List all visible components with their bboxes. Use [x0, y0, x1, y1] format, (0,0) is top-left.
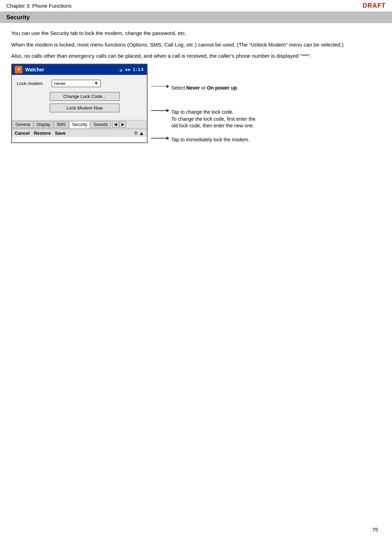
tab-sms[interactable]: SMS	[54, 121, 69, 128]
page-number: 75	[372, 527, 378, 533]
callout-1-connector	[151, 85, 169, 88]
app-icon: ❖	[15, 66, 22, 73]
cancel-button[interactable]: Cancel	[15, 131, 30, 136]
phone-title-bar: ❖ Watcher ⍹ ◀▶ 1:14	[12, 64, 147, 75]
keyboard-area: ⎘ ▲	[135, 130, 144, 136]
draft-label: DRAFT	[363, 2, 386, 9]
change-lock-code-button[interactable]: Change Lock Code...	[50, 92, 120, 101]
intro-para-1: You can use the Security tab to lock the…	[11, 29, 381, 37]
callout-2-arrow	[166, 109, 169, 112]
lock-modem-select[interactable]: never ▼	[52, 80, 101, 87]
intro-para-3: Also, no calls other than emergency call…	[11, 52, 381, 60]
tab-sounds[interactable]: Sounds	[91, 121, 111, 128]
callout-1: Select Never or On power up.	[151, 85, 255, 92]
callout-3-hline	[151, 138, 166, 139]
callout-2-hline	[151, 110, 166, 111]
tab-general[interactable]: General	[13, 121, 33, 128]
dropdown-arrow-icon: ▼	[94, 81, 98, 86]
page-header: Chapter 3: Phone Functions DRAFT	[0, 0, 392, 12]
restore-button[interactable]: Restore	[34, 131, 51, 136]
tab-prev-arrow[interactable]: ◀	[112, 121, 119, 128]
expand-icon: ▲	[139, 130, 144, 136]
callout-entries: Select Never or On power up. Tap to chan…	[148, 64, 255, 143]
lock-modem-label: Lock modem	[17, 81, 48, 86]
phone-bottom-bar: Cancel Restore Save ⎘ ▲	[12, 129, 147, 137]
tab-display[interactable]: Display	[34, 121, 53, 128]
screenshot-area: ❖ Watcher ⍹ ◀▶ 1:14 Lock modem never ▼ C	[11, 64, 381, 143]
callout-3-connector	[151, 136, 169, 140]
phone-tabs: General Display SMS Security Sounds ◀ ▶	[12, 120, 147, 129]
lock-modem-row: Lock modem never ▼	[17, 80, 142, 87]
lock-modem-now-button[interactable]: Lock Modem Now	[50, 104, 120, 112]
callout-2-text: Tap to change the lock code. To change t…	[171, 109, 255, 129]
callout-1-text: Select Never or On power up.	[171, 85, 238, 92]
tab-security[interactable]: Security	[69, 121, 90, 128]
lock-modem-value: never	[54, 81, 66, 86]
callout-3: Tap to immediately lock the modem.	[151, 136, 255, 143]
main-content: You can use the Security tab to lock the…	[0, 23, 392, 149]
chapter-title: Chapter 3: Phone Functions	[6, 3, 72, 9]
callout-3-arrow	[166, 136, 169, 140]
section-heading: Security	[0, 12, 392, 23]
tab-scroll-arrows: ◀ ▶	[112, 121, 126, 128]
save-button[interactable]: Save	[55, 131, 65, 136]
callout-2-connector	[151, 109, 169, 112]
phone-buttons: Change Lock Code... Lock Modem Now	[17, 92, 142, 112]
tab-next-arrow[interactable]: ▶	[119, 121, 126, 128]
keyboard-icon: ⎘	[135, 130, 137, 136]
callout-2: Tap to change the lock code. To change t…	[151, 109, 255, 129]
status-icons: ⍹ ◀▶ 1:14	[120, 67, 144, 72]
intro-para-2: When the modem is locked, most menu func…	[11, 41, 381, 49]
callout-1-hline	[151, 86, 166, 87]
callout-1-arrow	[166, 85, 169, 88]
callout-3-text: Tap to immediately lock the modem.	[171, 136, 249, 143]
app-name: Watcher	[25, 67, 120, 72]
phone-screenshot: ❖ Watcher ⍹ ◀▶ 1:14 Lock modem never ▼ C	[11, 64, 148, 143]
phone-body: Lock modem never ▼ Change Lock Code... L…	[12, 75, 147, 120]
